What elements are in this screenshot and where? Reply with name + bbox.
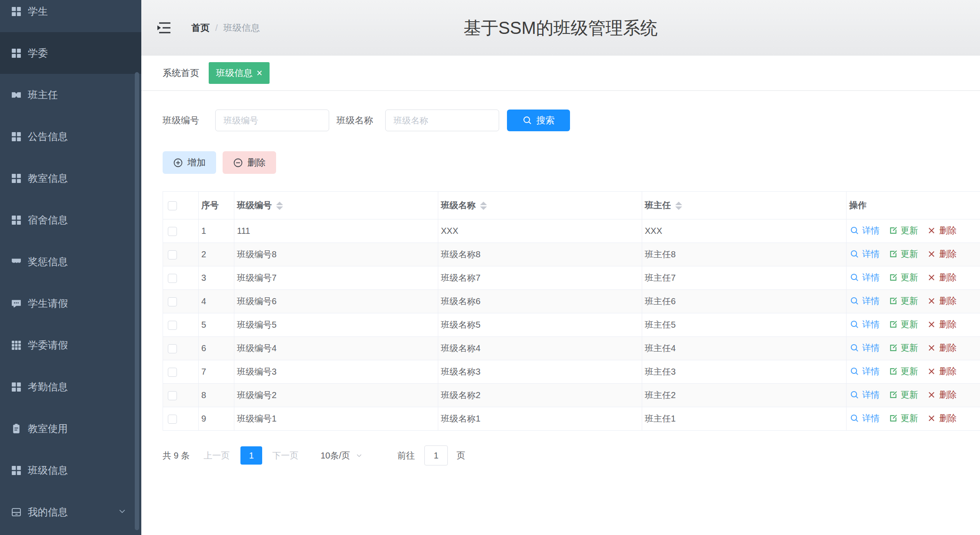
table-body: 1 111 XXX XXX 详情 更新 删除 2 班级 xyxy=(163,219,980,431)
class-name-input[interactable] xyxy=(385,110,499,131)
search-icon xyxy=(523,116,532,125)
sidebar-item-students[interactable]: 学生 xyxy=(0,0,141,32)
sidebar-item-classroom-usage[interactable]: 教室使用 xyxy=(0,408,141,449)
update-link[interactable]: 更新 xyxy=(889,389,918,401)
sidebar-item-label: 教室信息 xyxy=(28,172,68,185)
cell-class-code: 班级编号6 xyxy=(234,290,438,313)
update-link[interactable]: 更新 xyxy=(889,342,918,354)
detail-link[interactable]: 详情 xyxy=(850,248,880,260)
sidebar-item-head-teacher[interactable]: 班主任 xyxy=(0,74,141,116)
add-button[interactable]: 增加 xyxy=(163,151,216,174)
sidebar-item-classrooms[interactable]: 教室信息 xyxy=(0,157,141,199)
search-icon xyxy=(850,249,859,259)
sort-caret-icon[interactable] xyxy=(675,202,682,210)
sidebar-item-rewards[interactable]: 奖惩信息 xyxy=(0,241,141,282)
main-content: 班级编号 班级名称 搜索 增加 删除 序号 班级编号 班级名称 班主任 操 xyxy=(141,91,980,535)
delete-link[interactable]: 删除 xyxy=(927,319,957,330)
detail-link[interactable]: 详情 xyxy=(850,342,880,354)
search-icon xyxy=(850,414,859,423)
row-checkbox[interactable] xyxy=(168,368,177,377)
detail-link[interactable]: 详情 xyxy=(850,225,880,236)
sidebar-item-label: 宿舍信息 xyxy=(28,213,68,227)
delete-link[interactable]: 删除 xyxy=(927,225,957,236)
row-checkbox[interactable] xyxy=(168,297,177,306)
detail-link[interactable]: 详情 xyxy=(850,295,880,307)
detail-link[interactable]: 详情 xyxy=(850,272,880,283)
search-icon xyxy=(850,296,859,306)
detail-link[interactable]: 详情 xyxy=(850,389,880,401)
goto-page-input[interactable] xyxy=(424,445,448,465)
sidebar-fold-icon[interactable] xyxy=(156,20,172,35)
row-checkbox[interactable] xyxy=(168,274,177,283)
class-code-input[interactable] xyxy=(215,110,329,131)
goto-suffix: 页 xyxy=(457,450,465,462)
cell-head-teacher: 班主任1 xyxy=(642,407,847,431)
sidebar-item-monitor[interactable]: 学委 xyxy=(0,32,141,74)
delete-link[interactable]: 删除 xyxy=(927,366,957,377)
close-icon xyxy=(927,226,936,235)
grid-icon xyxy=(11,131,22,142)
table-row: 5 班级编号5 班级名称5 班主任5 详情 更新 删除 xyxy=(163,313,980,337)
delete-link[interactable]: 删除 xyxy=(927,272,957,283)
sidebar-item-classes[interactable]: 班级信息 xyxy=(0,449,141,491)
select-all-checkbox[interactable] xyxy=(168,201,177,210)
update-link[interactable]: 更新 xyxy=(889,366,918,377)
col-class-name[interactable]: 班级名称 xyxy=(438,192,642,219)
sidebar-scrollbar[interactable] xyxy=(135,72,139,530)
sidebar-item-attendance[interactable]: 考勤信息 xyxy=(0,366,141,408)
row-checkbox[interactable] xyxy=(168,344,177,353)
sidebar-item-student-leave[interactable]: 学生请假 xyxy=(0,282,141,324)
tab-bar: 系统首页 班级信息 × xyxy=(141,56,980,91)
sidebar-item-my-info[interactable]: 我的信息 xyxy=(0,491,141,533)
row-checkbox[interactable] xyxy=(168,415,177,424)
sidebar-item-dorms[interactable]: 宿舍信息 xyxy=(0,199,141,241)
goto-label: 前往 xyxy=(397,450,415,462)
row-checkbox[interactable] xyxy=(168,321,177,330)
update-link[interactable]: 更新 xyxy=(889,295,918,307)
tab-class-info[interactable]: 班级信息 × xyxy=(209,62,270,84)
sidebar-item-label: 考勤信息 xyxy=(28,380,68,394)
close-icon xyxy=(927,249,936,259)
detail-link[interactable]: 详情 xyxy=(850,412,880,424)
delete-link[interactable]: 删除 xyxy=(927,412,957,424)
delete-link[interactable]: 删除 xyxy=(927,342,957,354)
row-checkbox[interactable] xyxy=(168,250,177,259)
row-checkbox[interactable] xyxy=(168,227,177,236)
col-head-teacher[interactable]: 班主任 xyxy=(642,192,847,219)
search-button[interactable]: 搜索 xyxy=(507,110,570,131)
grid9-icon xyxy=(11,340,22,351)
sidebar-item-announcements[interactable]: 公告信息 xyxy=(0,116,141,157)
breadcrumb-home[interactable]: 首页 xyxy=(191,22,210,34)
delete-link[interactable]: 删除 xyxy=(927,295,957,307)
detail-link[interactable]: 详情 xyxy=(850,366,880,377)
grid-icon xyxy=(11,48,22,59)
detail-link[interactable]: 详情 xyxy=(850,319,880,330)
col-class-code[interactable]: 班级编号 xyxy=(234,192,438,219)
update-link[interactable]: 更新 xyxy=(889,272,918,283)
page-1-button[interactable]: 1 xyxy=(240,446,262,465)
sidebar-item-monitor-leave[interactable]: 学委请假 xyxy=(0,324,141,366)
table-row: 6 班级编号4 班级名称4 班主任4 详情 更新 删除 xyxy=(163,337,980,360)
tab-system-home[interactable]: 系统首页 xyxy=(163,67,199,79)
breadcrumb-current: 班级信息 xyxy=(223,22,260,34)
sort-caret-icon[interactable] xyxy=(276,202,283,210)
update-link[interactable]: 更新 xyxy=(889,319,918,330)
update-link[interactable]: 更新 xyxy=(889,412,918,424)
close-icon xyxy=(927,367,936,376)
update-link[interactable]: 更新 xyxy=(889,225,918,236)
search-icon xyxy=(850,343,859,352)
sort-caret-icon[interactable] xyxy=(480,202,487,210)
cell-class-name: 班级名称3 xyxy=(438,360,642,384)
close-icon xyxy=(927,273,936,282)
cell-class-code: 班级编号8 xyxy=(234,243,438,266)
delete-link[interactable]: 删除 xyxy=(927,248,957,260)
page-size-select[interactable]: 10条/页 xyxy=(320,450,363,462)
chevron-down-icon xyxy=(356,452,363,459)
delete-button[interactable]: 删除 xyxy=(223,151,276,174)
next-page-button[interactable]: 下一页 xyxy=(272,450,298,462)
delete-link[interactable]: 删除 xyxy=(927,389,957,401)
prev-page-button[interactable]: 上一页 xyxy=(203,450,230,462)
close-icon[interactable]: × xyxy=(257,68,262,78)
row-checkbox[interactable] xyxy=(168,391,177,400)
update-link[interactable]: 更新 xyxy=(889,248,918,260)
